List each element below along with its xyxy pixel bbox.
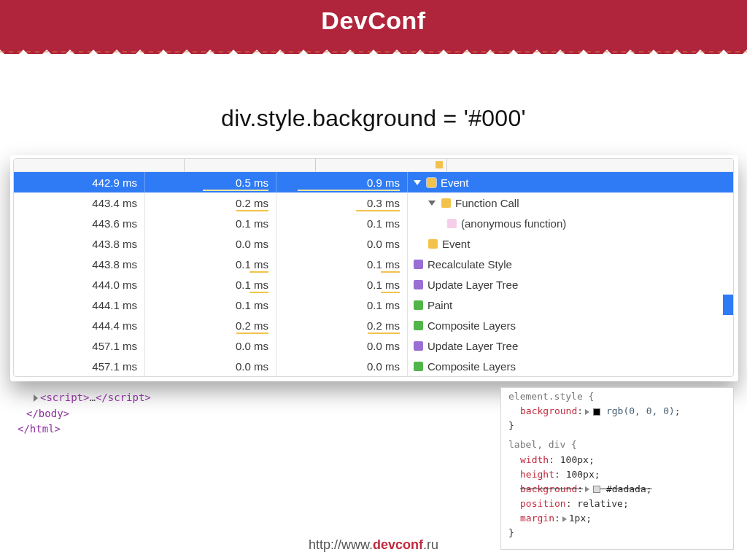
timeline-ruler bbox=[14, 159, 733, 172]
table-row[interactable]: 444.1 ms0.1 ms0.1 msPaint bbox=[14, 295, 733, 315]
timing-cell: 0.1 ms bbox=[145, 295, 276, 315]
timing-cell: 443.8 ms bbox=[14, 233, 145, 254]
rule-selector: label, div { bbox=[508, 439, 577, 450]
timing-cell: 0.1 ms bbox=[145, 254, 276, 274]
timing-cell: 443.8 ms bbox=[14, 254, 145, 274]
tree-cell: Function Call bbox=[408, 192, 733, 213]
timeline-panel: 442.9 ms0.5 ms0.9 msEvent443.4 ms0.2 ms0… bbox=[13, 158, 734, 377]
event-label: Recalculate Style bbox=[427, 258, 512, 271]
table-row[interactable]: 443.8 ms0.1 ms0.1 msRecalculate Style bbox=[14, 254, 733, 274]
category-swatch-icon bbox=[414, 280, 423, 289]
timing-cell: 457.1 ms bbox=[14, 335, 145, 356]
timing-cell: 0.0 ms bbox=[145, 335, 276, 356]
tree-cell: Update Layer Tree bbox=[408, 274, 733, 295]
timing-cell: 0.0 ms bbox=[276, 335, 408, 356]
category-swatch-icon bbox=[414, 362, 423, 371]
event-table: 442.9 ms0.5 ms0.9 msEvent443.4 ms0.2 ms0… bbox=[14, 172, 733, 376]
category-swatch-icon bbox=[414, 321, 423, 330]
timing-cell: 0.1 ms bbox=[276, 295, 408, 315]
disclosure-arrow-icon[interactable] bbox=[414, 180, 421, 185]
event-label: Event bbox=[442, 238, 470, 250]
event-label: Update Layer Tree bbox=[427, 279, 518, 291]
table-row[interactable]: 444.4 ms0.2 ms0.2 msComposite Layers bbox=[14, 315, 733, 335]
timing-cell: 0.1 ms bbox=[145, 274, 276, 295]
header-zigzag bbox=[0, 41, 747, 76]
slide-title: div.style.background = '#000' bbox=[0, 105, 747, 132]
table-row[interactable]: 457.1 ms0.0 ms0.0 msComposite Layers bbox=[14, 356, 733, 376]
table-row[interactable]: 442.9 ms0.5 ms0.9 msEvent bbox=[14, 172, 733, 192]
timing-cell: 0.2 ms bbox=[145, 315, 276, 335]
ruler-marker bbox=[436, 161, 443, 168]
table-row[interactable]: 443.6 ms0.1 ms0.1 ms(anonymous function) bbox=[14, 213, 733, 233]
tree-cell: Paint bbox=[408, 295, 733, 315]
event-label: Update Layer Tree bbox=[427, 340, 518, 352]
category-swatch-icon bbox=[428, 239, 438, 249]
table-row[interactable]: 443.4 ms0.2 ms0.3 msFunction Call bbox=[14, 192, 733, 213]
disclosure-arrow-icon[interactable] bbox=[428, 201, 436, 206]
selection-strip bbox=[723, 295, 733, 315]
rule-selector: element.style { bbox=[508, 391, 594, 402]
color-swatch-icon[interactable] bbox=[593, 408, 600, 416]
tree-cell: (anonymous function) bbox=[408, 213, 733, 233]
timing-cell: 444.4 ms bbox=[14, 315, 145, 335]
source-snippet: <script>…</script> </body> </html> bbox=[13, 387, 493, 550]
timing-cell: 0.0 ms bbox=[276, 233, 408, 254]
footer-url: http://www.devconf.ru bbox=[0, 537, 747, 553]
timing-cell: 0.0 ms bbox=[145, 356, 276, 376]
timing-cell: 0.1 ms bbox=[276, 274, 408, 295]
tree-cell: Event bbox=[408, 233, 733, 254]
timing-cell: 0.5 ms bbox=[145, 172, 276, 192]
event-label: Function Call bbox=[455, 197, 519, 209]
timing-cell: 0.1 ms bbox=[145, 213, 276, 233]
tree-cell: Composite Layers bbox=[408, 356, 733, 376]
expand-tri-icon[interactable] bbox=[562, 516, 567, 522]
timing-cell: 444.1 ms bbox=[14, 295, 145, 315]
header-bar: DevConf bbox=[0, 0, 747, 41]
timing-cell: 443.6 ms bbox=[14, 213, 145, 233]
category-swatch-icon bbox=[447, 219, 457, 228]
timing-cell: 0.9 ms bbox=[276, 172, 408, 192]
timing-cell: 0.0 ms bbox=[145, 233, 276, 254]
timing-cell: 443.4 ms bbox=[14, 192, 145, 213]
event-label: (anonymous function) bbox=[461, 217, 566, 230]
timing-cell: 0.1 ms bbox=[276, 213, 408, 233]
category-swatch-icon bbox=[414, 260, 423, 269]
color-swatch-icon[interactable] bbox=[593, 486, 600, 493]
timing-cell: 0.3 ms bbox=[276, 192, 408, 213]
timing-cell: 0.2 ms bbox=[145, 192, 276, 213]
table-row[interactable]: 444.0 ms0.1 ms0.1 msUpdate Layer Tree bbox=[14, 274, 733, 295]
table-row[interactable]: 457.1 ms0.0 ms0.0 msUpdate Layer Tree bbox=[14, 335, 733, 356]
event-label: Composite Layers bbox=[427, 360, 516, 373]
styles-panel: element.style { background: rgb(0, 0, 0)… bbox=[500, 387, 734, 550]
timing-cell: 0.0 ms bbox=[276, 356, 408, 376]
timing-cell: 457.1 ms bbox=[14, 356, 145, 376]
expand-tri-icon[interactable] bbox=[585, 409, 589, 415]
tree-cell: Event bbox=[408, 172, 733, 192]
timing-cell: 0.1 ms bbox=[276, 254, 408, 274]
category-swatch-icon bbox=[441, 198, 451, 208]
event-label: Paint bbox=[427, 299, 452, 311]
tree-cell: Update Layer Tree bbox=[408, 335, 733, 356]
timing-cell: 444.0 ms bbox=[14, 274, 145, 295]
expand-arrow-icon[interactable] bbox=[34, 394, 38, 402]
timing-cell: 0.2 ms bbox=[276, 315, 408, 335]
brand-logo: DevConf bbox=[321, 7, 425, 35]
expand-tri-icon[interactable] bbox=[585, 486, 589, 492]
category-swatch-icon bbox=[414, 300, 423, 310]
table-row[interactable]: 443.8 ms0.0 ms0.0 msEvent bbox=[14, 233, 733, 254]
tree-cell: Composite Layers bbox=[408, 315, 733, 335]
event-label: Composite Layers bbox=[427, 319, 516, 332]
timing-cell: 442.9 ms bbox=[14, 172, 145, 192]
category-swatch-icon bbox=[427, 178, 436, 187]
event-label: Event bbox=[441, 176, 468, 189]
category-swatch-icon bbox=[414, 341, 423, 351]
tree-cell: Recalculate Style bbox=[408, 254, 733, 274]
